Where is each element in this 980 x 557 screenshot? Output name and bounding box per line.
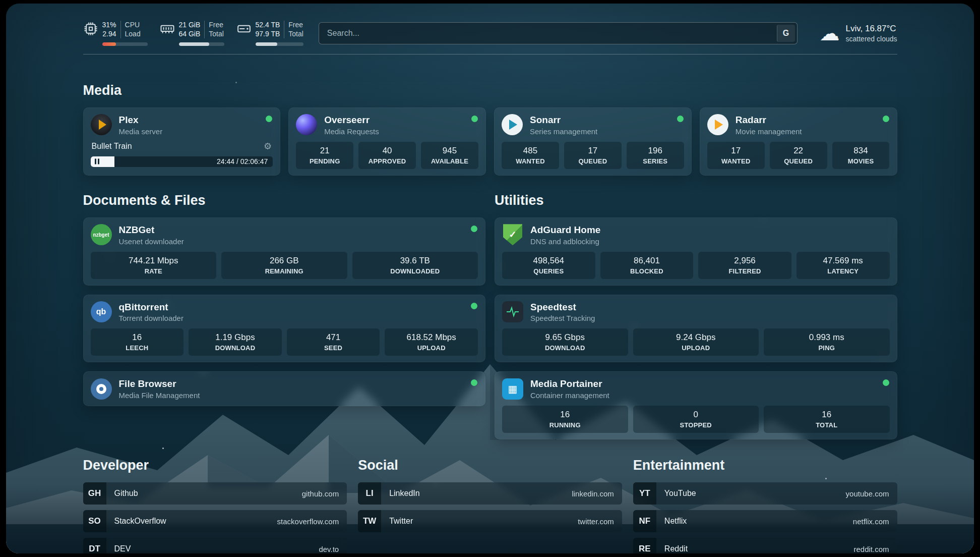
ram-meter xyxy=(179,42,224,46)
stat-box: 471 SEED xyxy=(287,328,380,356)
cpu-load-label: Load xyxy=(125,30,141,39)
app-card-portainer[interactable]: ▦ Media Portainer Container management 1… xyxy=(495,371,897,439)
app-card-speedtest[interactable]: Speedtest Speedtest Tracking 9.65 Gbps D… xyxy=(495,295,897,363)
cpu-widget: 31% 2.94 CPU Load xyxy=(83,21,148,46)
stat-box: 0.993 ms PING xyxy=(764,328,890,356)
bookmark-url: twitter.com xyxy=(570,510,622,532)
disk-free-value: 52.4 TB xyxy=(256,21,280,30)
status-dot xyxy=(471,303,477,309)
radarr-icon xyxy=(707,114,728,135)
snow-specks xyxy=(6,4,8,5)
app-subtitle: Usenet downloader xyxy=(119,237,184,246)
bookmark-reddit[interactable]: RE Reddit reddit.com xyxy=(633,538,897,553)
bookmark-name: Twitter xyxy=(381,510,570,532)
bookmark-stackoverflow[interactable]: SO StackOverflow stackoverflow.com xyxy=(83,510,347,532)
bookmark-abbr: GH xyxy=(83,482,106,505)
cpu-chip-icon xyxy=(83,21,98,38)
bookmark-twitter[interactable]: TW Twitter twitter.com xyxy=(358,510,622,532)
disk-total-value: 97.9 TB xyxy=(256,30,280,39)
bookmark-name: DEV xyxy=(106,538,311,553)
pause-icon[interactable] xyxy=(95,159,99,164)
cpu-load-value: 2.94 xyxy=(102,30,116,39)
app-card-qbittorrent[interactable]: qb qBittorrent Torrent downloader 16 LEE… xyxy=(83,295,486,363)
app-card-sonarr[interactable]: Sonarr Series management 485 WANTED 17 Q… xyxy=(494,107,692,176)
bookmark-name: LinkedIn xyxy=(381,482,564,505)
playback-progress-bar[interactable]: 24:44 / 02:06:47 xyxy=(91,156,273,167)
status-dot xyxy=(471,226,477,232)
playback-time: 24:44 / 02:06:47 xyxy=(217,157,268,165)
overseerr-icon xyxy=(296,114,317,135)
app-card-nzbget[interactable]: nzbget NZBGet Usenet downloader 744.21 M… xyxy=(83,217,486,286)
qbittorrent-icon: qb xyxy=(91,301,112,322)
bookmarks-entertainment: Entertainment YT YouTube youtube.com NF … xyxy=(633,458,897,553)
app-subtitle: Media Requests xyxy=(324,127,379,136)
stat-box: 744.21 Mbps RATE xyxy=(91,252,217,279)
weather-location-temp: Lviv, 16.87°C xyxy=(846,23,897,34)
ram-total-value: 64 GiB xyxy=(179,30,201,39)
bookmark-url: netflix.com xyxy=(845,510,897,532)
bookmark-youtube[interactable]: YT YouTube youtube.com xyxy=(633,482,897,505)
hard-disk-icon xyxy=(236,21,252,38)
app-card-overseerr[interactable]: Overseerr Media Requests 21 PENDING 40 A… xyxy=(288,107,486,176)
stat-box: 618.52 Mbps UPLOAD xyxy=(385,328,478,356)
stat-box: 16 RUNNING xyxy=(502,406,628,433)
speedtest-pulse-icon xyxy=(502,301,523,322)
dashboard: 31% 2.94 CPU Load xyxy=(6,4,974,553)
section-title-documents: Documents & Files xyxy=(83,193,486,208)
app-card-filebrowser[interactable]: File Browser Media File Management xyxy=(83,371,486,406)
bookmark-url: stackoverflow.com xyxy=(269,510,347,532)
cpu-label: CPU xyxy=(125,21,141,30)
bookmark-github[interactable]: GH Github github.com xyxy=(83,482,347,505)
bookmark-url: dev.to xyxy=(311,538,347,553)
search-bar: G xyxy=(319,22,798,44)
memory-icon xyxy=(160,21,175,38)
bookmark-abbr: NF xyxy=(633,510,656,532)
section-title-utilities: Utilities xyxy=(495,193,897,208)
stat-box: 17 WANTED xyxy=(707,142,765,169)
status-dot xyxy=(883,116,889,122)
app-name: Overseerr xyxy=(324,114,379,126)
app-name: NZBGet xyxy=(119,224,184,236)
plex-icon xyxy=(91,114,112,135)
cpu-meter xyxy=(102,42,148,46)
stat-box: 266 GB REMAINING xyxy=(221,252,347,279)
search-engine-button[interactable]: G xyxy=(777,25,795,42)
search-input[interactable] xyxy=(319,22,798,44)
bookmark-name: StackOverflow xyxy=(106,510,269,532)
app-name: Media Portainer xyxy=(530,378,609,390)
app-subtitle: Series management xyxy=(530,127,597,136)
bookmarks-developer: Developer GH Github github.com SO StackO… xyxy=(83,458,347,553)
app-name: Speedtest xyxy=(530,301,595,313)
bookmark-linkedin[interactable]: LI LinkedIn linkedin.com xyxy=(358,482,622,505)
bookmark-name: Github xyxy=(106,482,294,505)
app-card-adguard[interactable]: ✓ AdGuard Home DNS and adblocking 498,56… xyxy=(495,217,897,286)
stat-box: 0 STOPPED xyxy=(633,406,759,433)
app-subtitle: Media File Management xyxy=(119,391,200,400)
app-name: Radarr xyxy=(736,114,802,126)
bookmark-url: youtube.com xyxy=(838,482,897,505)
app-card-plex[interactable]: Plex Media server Bullet Train ⚙ 24:44 / xyxy=(83,107,281,176)
stat-box: 485 WANTED xyxy=(502,142,559,169)
bookmark-netflix[interactable]: NF Netflix netflix.com xyxy=(633,510,897,532)
now-playing-title: Bullet Train xyxy=(92,142,132,151)
disk-free-label: Free xyxy=(288,21,303,30)
portainer-icon: ▦ xyxy=(502,378,523,400)
bookmark-dev[interactable]: DT DEV dev.to xyxy=(83,538,347,553)
stat-box: 834 MOVIES xyxy=(832,142,890,169)
ram-free-value: 21 GiB xyxy=(179,21,201,30)
bookmark-url: linkedin.com xyxy=(564,482,622,505)
bookmark-abbr: TW xyxy=(358,510,381,532)
stat-box: 2,956 FILTERED xyxy=(698,252,791,279)
ram-free-label: Free xyxy=(209,21,224,30)
status-dot xyxy=(471,116,478,122)
stat-box: 9.65 Gbps DOWNLOAD xyxy=(502,328,628,356)
gear-icon[interactable]: ⚙ xyxy=(264,141,272,152)
bookmark-abbr: DT xyxy=(83,538,106,553)
disk-total-label: Total xyxy=(288,30,303,39)
bookmark-name: Netflix xyxy=(656,510,845,532)
app-card-radarr[interactable]: Radarr Movie management 17 WANTED 22 QUE… xyxy=(700,107,897,176)
sonarr-icon xyxy=(502,114,523,135)
stat-box: 9.24 Gbps UPLOAD xyxy=(633,328,759,356)
app-subtitle: Media server xyxy=(119,127,163,136)
app-subtitle: Speedtest Tracking xyxy=(530,314,595,322)
